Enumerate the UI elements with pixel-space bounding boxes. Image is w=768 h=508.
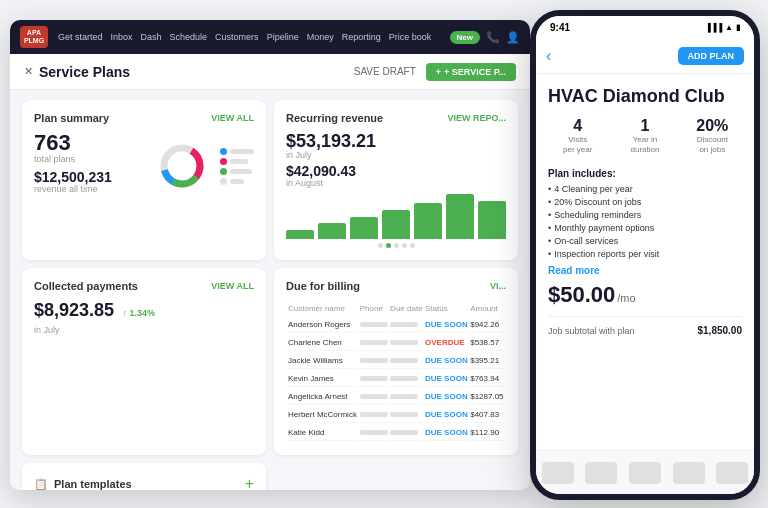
- plan-summary-view-all[interactable]: VIEW ALL: [211, 113, 254, 123]
- bottom-tab-3[interactable]: [629, 462, 661, 484]
- dot-4: [402, 243, 407, 248]
- july-revenue: $53,193.21: [286, 132, 506, 150]
- cell-name: Angelicka Arnest: [288, 389, 358, 405]
- legend-item-2: [220, 158, 254, 165]
- plan-feature: •On-call services: [548, 236, 742, 246]
- nav-schedule[interactable]: Schedule: [170, 32, 208, 42]
- nav-money[interactable]: Money: [307, 32, 334, 42]
- bar-4: [382, 210, 410, 239]
- recurring-revenue-view-all[interactable]: VIEW REPO...: [447, 113, 506, 123]
- legend-dot-3: [220, 168, 227, 175]
- cell-phone: [360, 317, 388, 333]
- plan-feature: •20% Discount on jobs: [548, 197, 742, 207]
- bottom-tab-1[interactable]: [542, 462, 574, 484]
- dot-2: [386, 243, 391, 248]
- stat-duration-label: Year induration: [615, 135, 674, 154]
- cell-status: DUE SOON: [425, 317, 468, 333]
- due-billing-view-all[interactable]: VI...: [490, 281, 506, 291]
- add-service-plan-button[interactable]: + + SERVICE P...: [426, 63, 516, 81]
- bullet-icon: •: [548, 236, 551, 246]
- col-due-date: Due date: [390, 302, 423, 315]
- cell-due-date: [390, 371, 423, 387]
- nav-reporting[interactable]: Reporting: [342, 32, 381, 42]
- job-subtotal: Job subtotal with plan $1,850.00: [548, 316, 742, 336]
- plan-feature: •Monthly payment options: [548, 223, 742, 233]
- table-row[interactable]: Charlene Chen OVERDUE $538.57: [288, 335, 504, 351]
- stat-duration: 1 Year induration: [615, 117, 674, 154]
- plan-summary-header: Plan summary VIEW ALL: [34, 112, 254, 124]
- bottom-tab-2[interactable]: [585, 462, 617, 484]
- stat-visits: 4 Visitsper year: [548, 117, 607, 154]
- bar-2: [318, 223, 346, 239]
- nav-inbox[interactable]: Inbox: [111, 32, 133, 42]
- cell-status: DUE SOON: [425, 407, 468, 423]
- recurring-revenue-header: Recurring revenue VIEW REPO...: [286, 112, 506, 124]
- cell-amount: $112.90: [470, 425, 504, 441]
- bullet-icon: •: [548, 249, 551, 259]
- user-icon: 👤: [506, 31, 520, 44]
- col-phone: Phone: [360, 302, 388, 315]
- legend-bar-3: [230, 169, 252, 174]
- due-billing-card: Due for billing VI... Customer name Phon…: [274, 268, 518, 455]
- total-plans-number: 763: [34, 132, 148, 154]
- phone-bottom-tabs: [536, 450, 754, 494]
- legend-dot-4: [220, 178, 227, 185]
- table-row[interactable]: Kevin James DUE SOON $763.94: [288, 371, 504, 387]
- bar-chart: [286, 194, 506, 239]
- summary-content: 763 total plans $12,500,231 revenue all …: [34, 132, 254, 200]
- save-draft-button[interactable]: SAVE DRAFT: [354, 66, 416, 77]
- legend-bar-1: [230, 149, 254, 154]
- collected-payments-view-all[interactable]: VIEW ALL: [211, 281, 254, 291]
- signal-icon: ▐▐▐: [705, 23, 722, 32]
- add-plan-button[interactable]: ADD PLAN: [678, 47, 745, 65]
- cell-amount: $1287.05: [470, 389, 504, 405]
- cell-name: Charlene Chen: [288, 335, 358, 351]
- table-row[interactable]: Herbert McCormick DUE SOON $407.83: [288, 407, 504, 423]
- nav-customers[interactable]: Customers: [215, 32, 259, 42]
- cell-phone: [360, 335, 388, 351]
- phone-status-bar: 9:41 ▐▐▐ ▲ ▮: [536, 16, 754, 38]
- phone-icon: 📞: [486, 31, 500, 44]
- col-amount: Amount: [470, 302, 504, 315]
- stat-visits-label: Visitsper year: [548, 135, 607, 154]
- back-button[interactable]: ‹: [546, 47, 551, 65]
- dot-1: [378, 243, 383, 248]
- per-mo: /mo: [617, 292, 635, 304]
- stat-discount-value: 20%: [683, 117, 742, 135]
- add-template-button[interactable]: +: [245, 475, 254, 490]
- logo: APAPLMG: [20, 26, 48, 48]
- phone-content: HVAC Diamond Club 4 Visitsper year 1 Yea…: [536, 74, 754, 450]
- chart-dots: [286, 243, 506, 248]
- collected-payments-title: Collected payments: [34, 280, 138, 292]
- new-button[interactable]: New: [450, 31, 480, 44]
- stat-discount-label: Discounton jobs: [683, 135, 742, 154]
- table-row[interactable]: Katie Kidd DUE SOON $112.90: [288, 425, 504, 441]
- nav-dash[interactable]: Dash: [141, 32, 162, 42]
- cell-status: DUE SOON: [425, 389, 468, 405]
- plan-summary-card: Plan summary VIEW ALL 763 total plans $1…: [22, 100, 266, 260]
- table-row[interactable]: Angelicka Arnest DUE SOON $1287.05: [288, 389, 504, 405]
- bullet-icon: •: [548, 197, 551, 207]
- mobile-phone: 9:41 ▐▐▐ ▲ ▮ ‹ ADD PLAN HVAC Diamond Clu…: [530, 10, 760, 500]
- table-row[interactable]: Jackie Williams DUE SOON $395.21: [288, 353, 504, 369]
- legend-item-4: [220, 178, 254, 185]
- table-row[interactable]: Anderson Rogers DUE SOON $942.26: [288, 317, 504, 333]
- plan-feature: •4 Cleaning per year: [548, 184, 742, 194]
- bullet-icon: •: [548, 210, 551, 220]
- close-icon[interactable]: ✕: [24, 65, 33, 78]
- price-value: $50.00: [548, 282, 615, 308]
- nav-pipeline[interactable]: Pipeline: [267, 32, 299, 42]
- cell-phone: [360, 371, 388, 387]
- nav-get-started[interactable]: Get started: [58, 32, 103, 42]
- read-more-link[interactable]: Read more: [548, 265, 742, 276]
- bar-1: [286, 230, 314, 239]
- collected-payments-card: Collected payments VIEW ALL $8,923.85 ↑ …: [22, 268, 266, 455]
- template-icon: 📋: [34, 478, 48, 491]
- nav-links: Get started Inbox Dash Schedule Customer…: [58, 32, 440, 42]
- nav-price-book[interactable]: Price book: [389, 32, 432, 42]
- bottom-tab-4[interactable]: [673, 462, 705, 484]
- top-nav: APAPLMG Get started Inbox Dash Schedule …: [10, 20, 530, 54]
- bottom-tab-5[interactable]: [716, 462, 748, 484]
- job-subtotal-label: Job subtotal with plan: [548, 326, 635, 336]
- revenue-number: $12,500,231: [34, 170, 148, 184]
